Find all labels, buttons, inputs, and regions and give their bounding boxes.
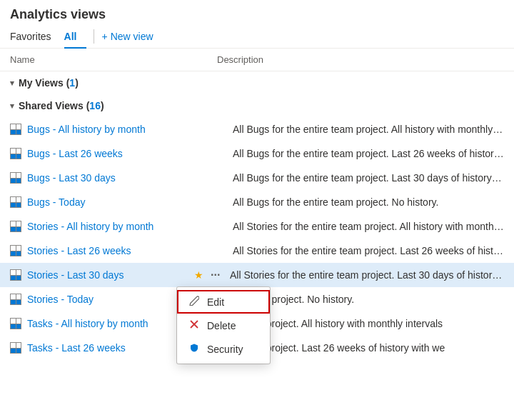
row-name[interactable]: Stories - Last 30 days: [27, 269, 191, 281]
context-menu: EditDeleteSecurity: [177, 287, 270, 364]
row-name[interactable]: Stories - Today: [27, 294, 191, 305]
row-description: All Stories for the entire team project.…: [233, 245, 504, 256]
chevron-down-icon: ▾: [10, 79, 14, 88]
chart-icon: [10, 245, 21, 256]
row-description: e team project. Last 26 weeks of history…: [233, 342, 504, 354]
ellipsis-button[interactable]: ···: [208, 267, 223, 283]
row-description: All Bugs for the entire team project. Al…: [233, 124, 504, 135]
row-description: All Stories for the entire team project.…: [230, 269, 504, 281]
chart-icon: [10, 342, 21, 354]
row-actions: ★···: [194, 267, 230, 283]
x-icon: [188, 319, 200, 331]
shield-icon: [188, 343, 200, 355]
chart-icon: [10, 294, 21, 305]
tab-all[interactable]: All: [64, 25, 87, 48]
plus-icon: +: [101, 31, 107, 42]
section-shared-views-label: Shared Views (16): [19, 100, 104, 111]
menu-item-label-edit: Edit: [207, 296, 224, 308]
new-view-label: New view: [111, 31, 153, 42]
tab-favorites[interactable]: Favorites: [10, 25, 61, 48]
col-desc-header: Description: [217, 54, 504, 65]
new-view-button[interactable]: + New view: [99, 25, 156, 48]
section-my-views-label: My Views (1): [19, 77, 79, 89]
chart-icon: [10, 196, 21, 208]
section-shared-views[interactable]: ▾ Shared Views (16): [0, 94, 514, 117]
list-item[interactable]: Stories - Last 26 weeksAll Stories for t…: [0, 239, 514, 263]
rows-container: Bugs - All history by monthAll Bugs for …: [0, 117, 514, 360]
row-name[interactable]: Bugs - Last 26 weeks: [27, 148, 191, 159]
table-header: Name Description: [0, 49, 514, 71]
row-description: e team project. All history with monthly…: [233, 318, 504, 329]
row-name[interactable]: Bugs - Last 30 days: [27, 172, 191, 184]
row-description: All Stories for the entire team project.…: [233, 221, 504, 232]
row-description: ire team project. No history.: [233, 294, 504, 305]
pencil-icon: [188, 296, 200, 308]
list-item[interactable]: Bugs - Last 26 weeksAll Bugs for the ent…: [0, 141, 514, 166]
chart-icon: [10, 318, 21, 329]
row-name[interactable]: Bugs - All history by month: [27, 124, 191, 135]
chart-icon: [10, 124, 21, 135]
row-description: All Bugs for the entire team project. No…: [233, 196, 504, 208]
row-description: All Bugs for the entire team project. La…: [233, 148, 504, 159]
context-menu-item-edit[interactable]: Edit: [177, 290, 270, 314]
row-name[interactable]: Bugs - Today: [27, 196, 191, 208]
tab-divider: [94, 29, 94, 44]
chart-icon: [10, 269, 21, 281]
list-item[interactable]: Stories - Last 30 days★···EditDeleteSecu…: [0, 263, 514, 287]
context-menu-item-security[interactable]: Security: [177, 337, 270, 361]
list-item[interactable]: Bugs - All history by monthAll Bugs for …: [0, 117, 514, 141]
list-item[interactable]: Bugs - Last 30 daysAll Bugs for the enti…: [0, 166, 514, 190]
row-name[interactable]: Tasks - Last 26 weeks: [27, 342, 191, 354]
row-description: All Bugs for the entire team project. La…: [233, 172, 504, 184]
tabs-bar: Favorites All + New view: [0, 25, 514, 49]
star-icon[interactable]: ★: [194, 269, 203, 281]
chart-icon: [10, 221, 21, 232]
row-name[interactable]: Tasks - All history by month: [27, 318, 191, 329]
page-title: Analytics views: [0, 0, 514, 25]
context-menu-item-delete[interactable]: Delete: [177, 314, 270, 337]
menu-item-label-delete: Delete: [207, 320, 236, 331]
row-name[interactable]: Stories - Last 26 weeks: [27, 245, 191, 256]
section-my-views[interactable]: ▾ My Views (1): [0, 71, 514, 94]
row-name[interactable]: Stories - All history by month: [27, 221, 191, 232]
list-item[interactable]: Bugs - TodayAll Bugs for the entire team…: [0, 190, 514, 214]
list-item[interactable]: Stories - All history by monthAll Storie…: [0, 214, 514, 239]
chevron-down-icon-2: ▾: [10, 101, 14, 111]
chart-icon: [10, 172, 21, 184]
chart-icon: [10, 148, 21, 159]
menu-item-label-security: Security: [207, 344, 243, 355]
col-name-header: Name: [10, 54, 217, 65]
